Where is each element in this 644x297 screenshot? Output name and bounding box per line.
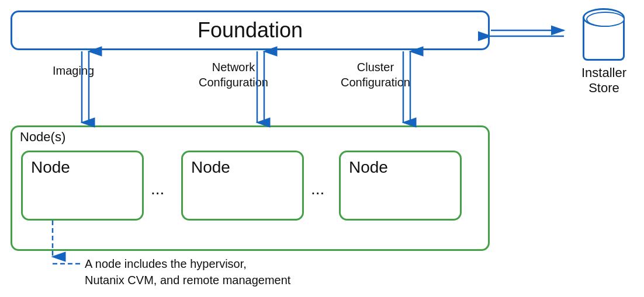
- diagram-container: Foundation InstallerStore Imaging Networ…: [0, 0, 644, 297]
- imaging-label: Imaging: [53, 63, 94, 78]
- dots-separator-2: ...: [311, 180, 324, 198]
- installer-store: InstallerStore: [581, 8, 626, 96]
- dots-separator-1: ...: [151, 180, 164, 198]
- node-label-3: Node: [349, 158, 388, 177]
- node-box-3: Node: [339, 151, 462, 221]
- network-label: NetworkConfiguration: [199, 60, 268, 90]
- node-label-1: Node: [31, 158, 70, 177]
- installer-store-label: InstallerStore: [581, 65, 626, 96]
- nodes-area-label: Node(s): [20, 130, 65, 145]
- bottom-note: A node includes the hypervisor,Nutanix C…: [85, 256, 290, 288]
- cylinder-icon: [583, 8, 625, 61]
- foundation-box: Foundation: [11, 11, 490, 50]
- node-box-1: Node: [21, 151, 144, 221]
- cylinder-top: [583, 8, 625, 27]
- node-box-2: Node: [181, 151, 304, 221]
- cylinder-inner-top: [586, 12, 625, 27]
- node-label-2: Node: [191, 158, 230, 177]
- cluster-label: ClusterConfiguration: [341, 60, 410, 90]
- foundation-label: Foundation: [198, 18, 303, 43]
